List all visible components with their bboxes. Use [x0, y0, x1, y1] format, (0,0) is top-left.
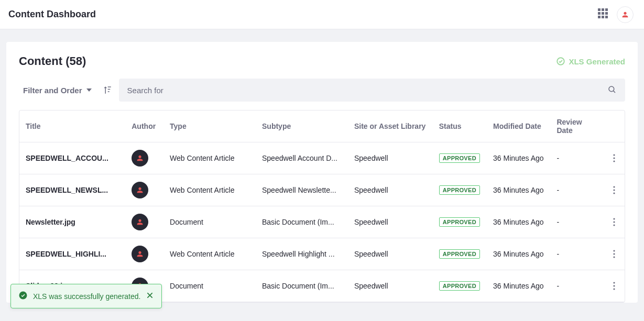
svg-point-12 [613, 250, 615, 251]
svg-point-17 [613, 288, 615, 290]
cell-type: Web Content Article [163, 142, 256, 174]
svg-point-4 [613, 157, 615, 159]
sort-button[interactable] [102, 85, 113, 95]
status-badge: APPROVED [439, 217, 480, 227]
cell-actions [604, 206, 625, 238]
cell-site: Speedwell [348, 270, 433, 302]
cell-title: SPEEDWELL_ACCOU... [19, 142, 125, 174]
filter-label: Filter and Order [23, 86, 82, 95]
svg-point-15 [613, 282, 615, 283]
cell-site: Speedwell [348, 174, 433, 206]
cell-actions [604, 270, 625, 302]
cell-status: APPROVED [433, 142, 487, 174]
cell-author [125, 206, 163, 238]
column-header-type[interactable]: Type [163, 110, 256, 142]
cell-subtype: Basic Document (Im... [256, 206, 348, 238]
cell-review: - [550, 270, 603, 302]
search-icon[interactable] [607, 85, 617, 96]
row-actions-button[interactable] [610, 154, 619, 162]
svg-point-14 [613, 256, 615, 258]
cell-status: APPROVED [433, 238, 487, 270]
cell-type: Document [163, 270, 256, 302]
row-actions-button[interactable] [610, 218, 619, 226]
status-badge: APPROVED [439, 249, 480, 259]
chevron-down-icon [86, 88, 92, 92]
apps-menu-icon[interactable] [598, 8, 610, 21]
column-header-author[interactable]: Author [125, 110, 163, 142]
author-avatar[interactable] [132, 214, 148, 230]
check-circle-icon [556, 57, 565, 66]
table-row[interactable]: SPEEDWELL_ACCOU...Web Content ArticleSpe… [19, 142, 625, 174]
cell-modified: 36 Minutes Ago [487, 238, 550, 270]
cell-subtype: Speedwell Newslette... [256, 174, 348, 206]
row-actions-button[interactable] [610, 186, 619, 194]
cell-review: - [550, 142, 603, 174]
cell-title: SPEEDWELL_HIGHLI... [19, 238, 125, 270]
table-row[interactable]: SPEEDWELL_HIGHLI...Web Content ArticleSp… [19, 238, 625, 270]
status-badge: APPROVED [439, 153, 480, 163]
table-row[interactable]: Newsletter.jpgDocumentBasic Document (Im… [19, 206, 625, 238]
xls-generated-status: XLS Generated [556, 57, 625, 66]
status-badge: APPROVED [439, 281, 480, 291]
cell-site: Speedwell [348, 206, 433, 238]
toast-close-button[interactable] [146, 291, 154, 301]
svg-point-13 [613, 253, 615, 254]
cell-subtype: Speedwell Highlight ... [256, 238, 348, 270]
close-icon [146, 291, 154, 300]
cell-subtype: Speedwell Account D... [256, 142, 348, 174]
row-actions-button[interactable] [610, 282, 619, 290]
toast-message: XLS was successfully generated. [33, 292, 140, 301]
column-header-site[interactable]: Site or Asset Library [348, 110, 433, 142]
cell-modified: 36 Minutes Ago [487, 270, 550, 302]
row-actions-button[interactable] [610, 250, 619, 258]
panel-title: Content (58) [19, 54, 86, 68]
cell-status: APPROVED [433, 206, 487, 238]
cell-status: APPROVED [433, 174, 487, 206]
column-header-title[interactable]: Title [19, 110, 125, 142]
cell-review: - [550, 174, 603, 206]
table-row[interactable]: SPEEDWELL_NEWSL...Web Content ArticleSpe… [19, 174, 625, 206]
column-header-status[interactable]: Status [433, 110, 487, 142]
cell-type: Document [163, 206, 256, 238]
success-check-icon [18, 291, 28, 302]
cell-title: Newsletter.jpg [19, 206, 125, 238]
success-toast: XLS was successfully generated. [10, 284, 162, 308]
xls-status-label: XLS Generated [569, 57, 625, 66]
cell-site: Speedwell [348, 142, 433, 174]
cell-title: SPEEDWELL_NEWSL... [19, 174, 125, 206]
svg-point-5 [613, 160, 615, 162]
cell-subtype: Basic Document (Im... [256, 270, 348, 302]
cell-status: APPROVED [433, 270, 487, 302]
column-header-modified[interactable]: Modified Date [487, 110, 550, 142]
svg-point-1 [609, 86, 614, 92]
cell-review: - [550, 238, 603, 270]
svg-point-9 [613, 218, 615, 219]
author-avatar[interactable] [132, 182, 148, 198]
status-badge: APPROVED [439, 185, 480, 195]
svg-point-8 [613, 192, 615, 194]
svg-line-2 [614, 91, 615, 92]
cell-author [125, 142, 163, 174]
column-header-subtype[interactable]: Subtype [256, 110, 348, 142]
user-avatar-button[interactable] [617, 6, 634, 23]
author-avatar[interactable] [132, 246, 148, 262]
cell-review: - [550, 206, 603, 238]
sort-icon [103, 85, 112, 95]
cell-actions [604, 238, 625, 270]
cell-author [125, 238, 163, 270]
cell-modified: 36 Minutes Ago [487, 142, 550, 174]
filter-order-button[interactable]: Filter and Order [19, 81, 96, 100]
page-title: Content Dashboard [8, 9, 96, 20]
user-icon [621, 10, 629, 19]
svg-point-6 [613, 186, 615, 187]
svg-point-3 [613, 154, 615, 156]
cell-modified: 36 Minutes Ago [487, 174, 550, 206]
svg-point-10 [613, 221, 615, 223]
cell-type: Web Content Article [163, 238, 256, 270]
column-header-review[interactable]: Review Date [550, 110, 603, 142]
cell-site: Speedwell [348, 238, 433, 270]
cell-actions [604, 142, 625, 174]
search-input[interactable] [127, 86, 607, 95]
cell-author [125, 174, 163, 206]
author-avatar[interactable] [132, 150, 148, 167]
